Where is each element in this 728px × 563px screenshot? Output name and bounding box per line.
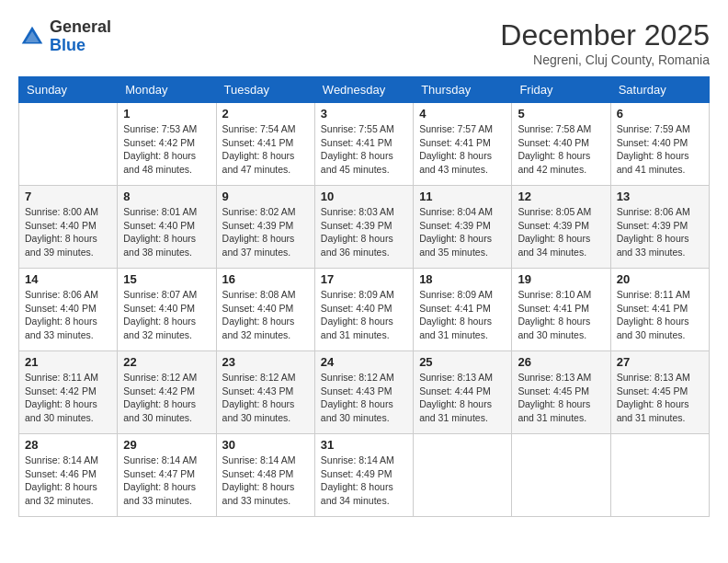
day-number: 19 <box>518 272 604 286</box>
calendar-cell: 29Sunrise: 8:14 AMSunset: 4:47 PMDayligh… <box>118 434 216 517</box>
calendar-cell: 5Sunrise: 7:58 AMSunset: 4:40 PMDaylight… <box>512 103 610 186</box>
day-number: 4 <box>419 107 506 121</box>
calendar-cell: 17Sunrise: 8:09 AMSunset: 4:40 PMDayligh… <box>314 269 413 351</box>
day-info: Sunrise: 8:05 AMSunset: 4:39 PMDaylight:… <box>518 205 604 259</box>
day-number: 5 <box>518 107 604 121</box>
calendar-cell: 15Sunrise: 8:07 AMSunset: 4:40 PMDayligh… <box>118 269 216 351</box>
calendar-cell: 21Sunrise: 8:11 AMSunset: 4:42 PMDayligh… <box>19 351 118 434</box>
day-number: 12 <box>518 190 604 203</box>
title-section: December 2025 Negreni, Cluj County, Roma… <box>500 18 710 67</box>
day-number: 9 <box>222 190 309 203</box>
calendar-cell <box>512 434 610 517</box>
weekday-header-row: SundayMondayTuesdayWednesdayThursdayFrid… <box>19 77 710 103</box>
day-info: Sunrise: 8:07 AMSunset: 4:40 PMDaylight:… <box>123 288 210 342</box>
day-info: Sunrise: 8:08 AMSunset: 4:40 PMDaylight:… <box>222 288 309 342</box>
calendar-week-row: 28Sunrise: 8:14 AMSunset: 4:46 PMDayligh… <box>19 434 710 517</box>
calendar-cell: 2Sunrise: 7:54 AMSunset: 4:41 PMDaylight… <box>216 103 314 186</box>
day-number: 14 <box>25 272 111 286</box>
calendar-cell: 11Sunrise: 8:04 AMSunset: 4:39 PMDayligh… <box>414 186 512 269</box>
day-number: 29 <box>123 438 210 452</box>
day-number: 16 <box>222 272 309 286</box>
day-number: 3 <box>321 107 407 121</box>
day-number: 27 <box>617 355 703 369</box>
calendar-cell: 7Sunrise: 8:00 AMSunset: 4:40 PMDaylight… <box>19 186 118 269</box>
day-number: 11 <box>419 190 506 203</box>
day-info: Sunrise: 8:12 AMSunset: 4:42 PMDaylight:… <box>123 371 210 425</box>
calendar-cell: 6Sunrise: 7:59 AMSunset: 4:40 PMDaylight… <box>610 103 709 186</box>
calendar-cell <box>610 434 709 517</box>
weekday-header: Sunday <box>19 77 118 103</box>
weekday-header: Friday <box>512 77 610 103</box>
day-number: 2 <box>222 107 309 121</box>
day-info: Sunrise: 8:00 AMSunset: 4:40 PMDaylight:… <box>25 205 111 259</box>
calendar-cell: 22Sunrise: 8:12 AMSunset: 4:42 PMDayligh… <box>118 351 216 434</box>
weekday-header: Monday <box>118 77 216 103</box>
day-number: 18 <box>419 272 506 286</box>
day-number: 31 <box>321 438 407 452</box>
day-info: Sunrise: 8:01 AMSunset: 4:40 PMDaylight:… <box>123 205 210 259</box>
day-info: Sunrise: 8:13 AMSunset: 4:45 PMDaylight:… <box>617 371 703 425</box>
day-info: Sunrise: 8:02 AMSunset: 4:39 PMDaylight:… <box>222 205 309 259</box>
calendar-cell: 12Sunrise: 8:05 AMSunset: 4:39 PMDayligh… <box>512 186 610 269</box>
calendar-week-row: 7Sunrise: 8:00 AMSunset: 4:40 PMDaylight… <box>19 186 710 269</box>
calendar-cell: 26Sunrise: 8:13 AMSunset: 4:45 PMDayligh… <box>512 351 610 434</box>
day-info: Sunrise: 7:59 AMSunset: 4:40 PMDaylight:… <box>617 122 703 177</box>
weekday-header: Thursday <box>414 77 512 103</box>
logo: General Blue <box>18 18 111 55</box>
logo-text: General Blue <box>50 18 111 55</box>
day-number: 28 <box>25 438 111 452</box>
day-info: Sunrise: 8:12 AMSunset: 4:43 PMDaylight:… <box>222 371 309 425</box>
day-number: 7 <box>25 190 111 203</box>
calendar-week-row: 21Sunrise: 8:11 AMSunset: 4:42 PMDayligh… <box>19 351 710 434</box>
calendar-cell: 10Sunrise: 8:03 AMSunset: 4:39 PMDayligh… <box>314 186 413 269</box>
calendar-cell: 18Sunrise: 8:09 AMSunset: 4:41 PMDayligh… <box>414 269 512 351</box>
day-info: Sunrise: 8:13 AMSunset: 4:45 PMDaylight:… <box>518 371 604 425</box>
calendar-cell <box>414 434 512 517</box>
day-info: Sunrise: 8:13 AMSunset: 4:44 PMDaylight:… <box>419 371 506 425</box>
weekday-header: Saturday <box>610 77 709 103</box>
day-number: 25 <box>419 355 506 369</box>
day-info: Sunrise: 8:14 AMSunset: 4:48 PMDaylight:… <box>222 454 309 508</box>
day-info: Sunrise: 8:10 AMSunset: 4:41 PMDaylight:… <box>518 288 604 342</box>
day-info: Sunrise: 8:06 AMSunset: 4:39 PMDaylight:… <box>617 205 703 259</box>
calendar-cell: 23Sunrise: 8:12 AMSunset: 4:43 PMDayligh… <box>216 351 314 434</box>
day-number: 1 <box>123 107 210 121</box>
calendar-cell: 25Sunrise: 8:13 AMSunset: 4:44 PMDayligh… <box>414 351 512 434</box>
calendar-cell: 31Sunrise: 8:14 AMSunset: 4:49 PMDayligh… <box>314 434 413 517</box>
day-info: Sunrise: 8:14 AMSunset: 4:46 PMDaylight:… <box>25 454 111 508</box>
calendar-cell: 24Sunrise: 8:12 AMSunset: 4:43 PMDayligh… <box>314 351 413 434</box>
day-number: 13 <box>617 190 703 203</box>
calendar-cell: 28Sunrise: 8:14 AMSunset: 4:46 PMDayligh… <box>19 434 118 517</box>
day-info: Sunrise: 8:14 AMSunset: 4:49 PMDaylight:… <box>321 454 407 508</box>
day-number: 8 <box>123 190 210 203</box>
logo-icon <box>18 23 46 51</box>
page-header: General Blue December 2025 Negreni, Cluj… <box>18 18 710 67</box>
day-info: Sunrise: 7:57 AMSunset: 4:41 PMDaylight:… <box>419 122 506 177</box>
calendar-cell <box>19 103 118 186</box>
day-number: 10 <box>321 190 407 203</box>
day-info: Sunrise: 8:09 AMSunset: 4:41 PMDaylight:… <box>419 288 506 342</box>
calendar-cell: 4Sunrise: 7:57 AMSunset: 4:41 PMDaylight… <box>414 103 512 186</box>
day-number: 26 <box>518 355 604 369</box>
calendar-cell: 27Sunrise: 8:13 AMSunset: 4:45 PMDayligh… <box>610 351 709 434</box>
calendar-cell: 16Sunrise: 8:08 AMSunset: 4:40 PMDayligh… <box>216 269 314 351</box>
day-number: 17 <box>321 272 407 286</box>
weekday-header: Tuesday <box>216 77 314 103</box>
day-info: Sunrise: 7:58 AMSunset: 4:40 PMDaylight:… <box>518 122 604 177</box>
calendar-week-row: 14Sunrise: 8:06 AMSunset: 4:40 PMDayligh… <box>19 269 710 351</box>
calendar-cell: 13Sunrise: 8:06 AMSunset: 4:39 PMDayligh… <box>610 186 709 269</box>
day-number: 21 <box>25 355 111 369</box>
day-info: Sunrise: 8:03 AMSunset: 4:39 PMDaylight:… <box>321 205 407 259</box>
calendar-cell: 19Sunrise: 8:10 AMSunset: 4:41 PMDayligh… <box>512 269 610 351</box>
calendar-cell: 1Sunrise: 7:53 AMSunset: 4:42 PMDaylight… <box>118 103 216 186</box>
day-info: Sunrise: 8:09 AMSunset: 4:40 PMDaylight:… <box>321 288 407 342</box>
calendar-cell: 8Sunrise: 8:01 AMSunset: 4:40 PMDaylight… <box>118 186 216 269</box>
day-number: 23 <box>222 355 309 369</box>
day-number: 20 <box>617 272 703 286</box>
calendar-cell: 9Sunrise: 8:02 AMSunset: 4:39 PMDaylight… <box>216 186 314 269</box>
day-info: Sunrise: 7:54 AMSunset: 4:41 PMDaylight:… <box>222 122 309 177</box>
day-info: Sunrise: 7:55 AMSunset: 4:41 PMDaylight:… <box>321 122 407 177</box>
calendar-table: SundayMondayTuesdayWednesdayThursdayFrid… <box>18 76 710 517</box>
day-info: Sunrise: 8:14 AMSunset: 4:47 PMDaylight:… <box>123 454 210 508</box>
day-info: Sunrise: 8:12 AMSunset: 4:43 PMDaylight:… <box>321 371 407 425</box>
